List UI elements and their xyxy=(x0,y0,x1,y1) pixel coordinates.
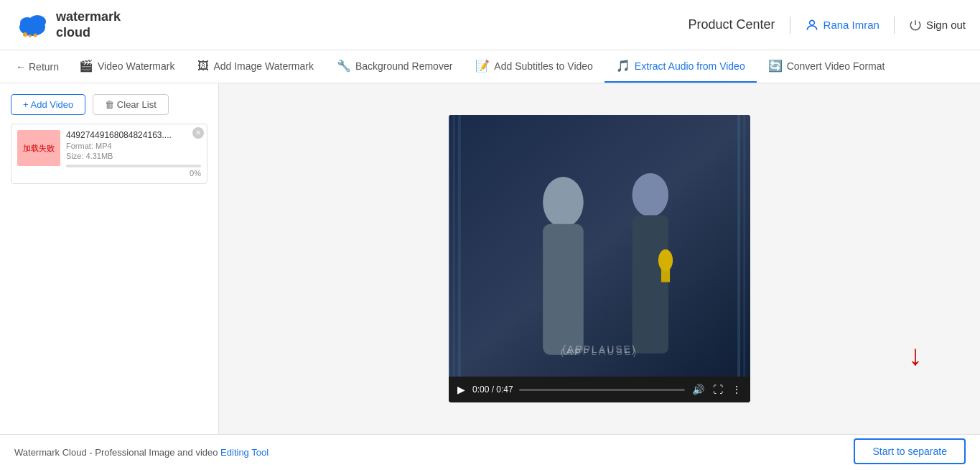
arrow-area: ↓ xyxy=(908,341,923,369)
svg-point-6 xyxy=(809,20,814,25)
svg-rect-11 xyxy=(737,115,740,377)
svg-point-2 xyxy=(29,15,46,28)
video-player: (APPLAUSE) ▶ 0:00 / 0:47 🔊 ⛶ ⋮ xyxy=(449,115,750,402)
sign-out-button[interactable]: Sign out xyxy=(909,19,966,32)
extract-audio-icon: 🎵 xyxy=(616,59,630,73)
seek-bar[interactable] xyxy=(519,389,685,391)
file-name: 44927449168084824163.... xyxy=(66,130,195,140)
play-button[interactable]: ▶ xyxy=(456,384,467,395)
svg-point-18 xyxy=(658,249,673,271)
user-info[interactable]: Rana Imran xyxy=(805,18,879,32)
power-icon xyxy=(909,19,922,32)
svg-rect-8 xyxy=(449,115,450,377)
file-info: 44927449168084824163.... Format: MP4 Siz… xyxy=(66,130,201,178)
progress-bar xyxy=(66,165,201,167)
svg-rect-9 xyxy=(453,115,455,377)
nav-tabs: ← Return 🎬 Video Watermark 🖼 Add Image W… xyxy=(0,50,980,83)
svg-rect-10 xyxy=(458,115,461,377)
svg-point-15 xyxy=(633,173,669,217)
file-format: Format: MP4 xyxy=(66,142,201,150)
time-display: 0:00 / 0:47 xyxy=(472,384,513,395)
right-panel: (APPLAUSE) ▶ 0:00 / 0:47 🔊 ⛶ ⋮ ↓ xyxy=(219,83,980,434)
header-divider2 xyxy=(894,17,895,34)
svg-text:(APPLAUSE): (APPLAUSE) xyxy=(561,346,638,357)
tab-video-watermark[interactable]: 🎬 Video Watermark xyxy=(67,50,186,83)
tab-add-subtitles[interactable]: 📝 Add Subtitles to Video xyxy=(464,50,605,83)
fullscreen-button[interactable]: ⛶ xyxy=(711,384,724,395)
video-scene: (APPLAUSE) xyxy=(449,115,750,377)
svg-point-13 xyxy=(543,177,584,228)
tab-add-image-watermark[interactable]: 🖼 Add Image Watermark xyxy=(186,50,325,83)
tab-background-remover[interactable]: 🔧 Background Remover xyxy=(325,50,464,83)
logo-text: watermark cloud xyxy=(56,9,121,40)
file-size: Size: 4.31MB xyxy=(66,152,201,160)
header-divider xyxy=(790,17,790,34)
left-panel: + Add Video 🗑 Clear List 加载失败 4492744916… xyxy=(0,83,219,434)
subtitles-icon: 📝 xyxy=(475,59,490,73)
video-controls: ▶ 0:00 / 0:47 🔊 ⛶ ⋮ xyxy=(449,377,750,402)
down-arrow-icon: ↓ xyxy=(908,341,923,369)
progress-percent: 0% xyxy=(66,169,201,178)
file-close-button[interactable]: ✕ xyxy=(192,127,204,139)
clear-list-button[interactable]: 🗑 Clear List xyxy=(93,94,169,115)
svg-point-5 xyxy=(34,33,37,37)
file-thumbnail: 加载失败 xyxy=(17,130,60,166)
video-background: (APPLAUSE) xyxy=(449,115,750,377)
video-area: (APPLAUSE) xyxy=(449,115,750,377)
start-separate-button[interactable]: Start to separate xyxy=(854,438,966,464)
add-video-button[interactable]: + Add Video xyxy=(11,94,85,115)
logo: watermark cloud xyxy=(14,7,121,43)
footer: Watermark Cloud - Professional Image and… xyxy=(0,434,980,470)
footer-link[interactable]: Editing Tool xyxy=(220,447,269,458)
logo-icon xyxy=(14,7,50,43)
convert-video-icon: 🔄 xyxy=(768,59,783,73)
background-remover-icon: 🔧 xyxy=(337,59,351,73)
main-content: + Add Video 🗑 Clear List 加载失败 4492744916… xyxy=(0,83,980,434)
footer-text: Watermark Cloud - Professional Image and… xyxy=(14,447,269,458)
tab-convert-video[interactable]: 🔄 Convert Video Format xyxy=(757,50,897,83)
add-image-icon: 🖼 xyxy=(197,60,209,73)
product-center: Product Center xyxy=(689,17,775,32)
svg-rect-12 xyxy=(743,115,745,377)
file-progress: 0% xyxy=(66,165,201,178)
arrow-left-icon: ← xyxy=(16,61,26,73)
button-row: + Add Video 🗑 Clear List xyxy=(11,94,207,115)
file-item: 加载失败 44927449168084824163.... Format: MP… xyxy=(11,124,207,184)
volume-button[interactable]: 🔊 xyxy=(691,384,706,395)
svg-rect-14 xyxy=(543,224,584,355)
header: watermark cloud Product Center Rana Imra… xyxy=(0,0,980,50)
svg-rect-16 xyxy=(633,216,669,354)
header-right: Product Center Rana Imran Sign out xyxy=(689,17,966,34)
svg-point-4 xyxy=(29,34,32,37)
tab-extract-audio[interactable]: 🎵 Extract Audio from Video xyxy=(605,50,757,83)
svg-point-3 xyxy=(23,32,27,37)
svg-rect-7 xyxy=(449,115,750,377)
return-tab[interactable]: ← Return xyxy=(7,50,67,83)
more-options-button[interactable]: ⋮ xyxy=(730,384,743,395)
video-watermark-icon: 🎬 xyxy=(79,59,93,73)
user-icon xyxy=(805,18,819,32)
